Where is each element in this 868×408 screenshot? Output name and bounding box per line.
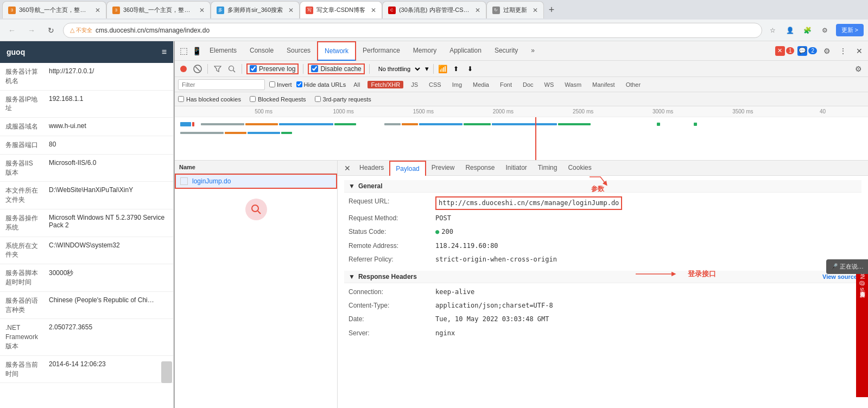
- update-button[interactable]: 更新 >: [836, 24, 864, 36]
- tab-security[interactable]: Security: [488, 41, 524, 61]
- server-info-table: 服务器计算机名 http://127.0.0.1/ 服务器IP地址 192.16…: [0, 63, 173, 383]
- detail-tab-payload[interactable]: Payload: [389, 161, 426, 176]
- tab-2-close[interactable]: ✕: [199, 7, 205, 14]
- filter-type-ws[interactable]: WS: [541, 81, 557, 88]
- throttling-arrow[interactable]: ▾: [425, 65, 429, 73]
- has-blocked-label[interactable]: Has blocked cookies: [178, 96, 241, 103]
- settings-icon[interactable]: ⚙: [819, 24, 832, 37]
- tab-5-close[interactable]: ✕: [475, 7, 480, 14]
- detail-tab-headers[interactable]: Headers: [354, 161, 389, 176]
- tab-1-close[interactable]: ✕: [95, 7, 100, 14]
- clear-button[interactable]: [192, 63, 203, 74]
- detail-tab-initiator[interactable]: Initiator: [500, 161, 532, 176]
- upload-icon: ⬆: [453, 65, 459, 73]
- tab-1[interactable]: 3 360导航_一个主页，整个世… ✕: [2, 1, 106, 18]
- disable-cache-checkbox[interactable]: Disable cache: [308, 63, 364, 74]
- tab-network[interactable]: Network: [317, 41, 356, 61]
- detail-close-icon[interactable]: ✕: [341, 164, 354, 173]
- record-button[interactable]: [178, 63, 189, 74]
- wifi-icon[interactable]: 📶: [438, 65, 447, 73]
- tab-3[interactable]: 多 多测师肖sir_360搜索 ✕: [211, 1, 300, 18]
- new-tab-button[interactable]: +: [544, 2, 559, 17]
- blocked-requests-label[interactable]: Blocked Requests: [250, 96, 306, 103]
- bookmark-icon[interactable]: ☆: [766, 24, 780, 37]
- hide-data-urls-checkbox[interactable]: Hide data URLs: [296, 81, 346, 88]
- filter-type-manifest[interactable]: Manifest: [589, 81, 618, 88]
- toolbar-separator-3: [303, 64, 303, 74]
- filter-type-other[interactable]: Other: [623, 81, 644, 88]
- filter-button[interactable]: [212, 63, 223, 74]
- list-item-loginjump[interactable]: loginJump.do: [175, 174, 337, 189]
- view-source-link[interactable]: View source: [822, 273, 857, 280]
- scrollbar-thumb[interactable]: [161, 361, 172, 383]
- tab-performance[interactable]: Performance: [356, 41, 407, 61]
- tab-6-close[interactable]: ✕: [533, 7, 538, 14]
- upload-button[interactable]: ⬆: [451, 63, 461, 74]
- tab-console[interactable]: Console: [243, 41, 280, 61]
- filter-type-fetch-xhr[interactable]: Fetch/XHR: [368, 81, 403, 88]
- tab-sources[interactable]: Sources: [280, 41, 317, 61]
- filter-type-font[interactable]: Font: [497, 81, 515, 88]
- filter-type-all[interactable]: All: [350, 81, 363, 88]
- response-headers-section-header[interactable]: ▼ Response Headers View source: [344, 271, 861, 283]
- filter-type-wasm[interactable]: Wasm: [561, 81, 585, 88]
- has-blocked-checkbox[interactable]: [178, 96, 184, 102]
- tick-1000: 1000 ms: [303, 109, 383, 114]
- address-text[interactable]: cms.duoceshi.cn/cms/manage/index.do: [96, 27, 755, 34]
- devtools-close-icon[interactable]: ✕: [853, 44, 866, 58]
- tab-application[interactable]: Application: [443, 41, 488, 61]
- tick-3500: 3500 ms: [703, 109, 783, 114]
- tab-2[interactable]: 3 360导航_一个主页，整个世… ✕: [106, 1, 211, 18]
- csdn-badge[interactable]: CSDN @ 多测师肖sir: [856, 260, 868, 397]
- row-value: Microsoft Windows NT 5.2.3790 Service Pa…: [43, 209, 173, 237]
- tab-elements[interactable]: Elements: [203, 41, 243, 61]
- reload-button[interactable]: ↻: [43, 23, 59, 38]
- tab-5[interactable]: C (30条消息) 内容管理-CSDN… ✕: [382, 1, 486, 18]
- filter-type-media[interactable]: Media: [470, 81, 492, 88]
- device-icon[interactable]: 📱: [190, 44, 203, 58]
- address-input-container[interactable]: △ 不安全 cms.duoceshi.cn/cms/manage/index.d…: [63, 23, 762, 38]
- third-party-label[interactable]: 3rd-party requests: [315, 96, 371, 103]
- filter-type-js[interactable]: JS: [408, 81, 421, 88]
- download-button[interactable]: ⬇: [465, 63, 476, 74]
- search-button[interactable]: [226, 63, 237, 74]
- extensions-icon[interactable]: 🧩: [801, 24, 814, 37]
- third-party-checkbox[interactable]: [315, 96, 321, 102]
- mic-button[interactable]: 🎤 正在说…: [826, 259, 868, 274]
- filter-type-doc[interactable]: Doc: [519, 81, 537, 88]
- tab-4-close[interactable]: ✕: [371, 7, 376, 14]
- username-label: guoq: [7, 48, 25, 56]
- forward-button[interactable]: →: [24, 23, 39, 38]
- detail-tab-cookies[interactable]: Cookies: [562, 161, 597, 176]
- blocked-requests-checkbox[interactable]: [250, 96, 256, 102]
- table-row: 成服器域名 www.h-ui.net: [0, 118, 173, 136]
- tab-more[interactable]: »: [524, 41, 541, 61]
- row-label: 服务器脚本超时时间: [0, 264, 43, 292]
- devtools-more-icon[interactable]: ⋮: [837, 44, 850, 58]
- detail-panel: ✕ Headers Payload Preview Response: [338, 161, 868, 408]
- tab-6[interactable]: ↻ 过期更新 ✕: [486, 1, 544, 18]
- tab-2-favicon: 3: [112, 7, 120, 14]
- filter-type-css[interactable]: CSS: [426, 81, 445, 88]
- profile-icon[interactable]: 👤: [784, 24, 797, 37]
- tab-4[interactable]: 写 写文章-CSDN博客 ✕: [300, 1, 382, 18]
- filter-type-img[interactable]: Img: [449, 81, 465, 88]
- invert-checkbox[interactable]: Invert: [269, 81, 292, 88]
- devtools-settings-icon[interactable]: ⚙: [820, 44, 833, 58]
- preserve-log-input[interactable]: [250, 65, 257, 72]
- network-settings-icon[interactable]: ⚙: [852, 62, 865, 75]
- back-button[interactable]: ←: [4, 23, 20, 38]
- tab-memory[interactable]: Memory: [407, 41, 443, 61]
- filter-input[interactable]: [178, 79, 265, 90]
- detail-tab-timing[interactable]: Timing: [533, 161, 563, 176]
- preserve-log-checkbox[interactable]: Preserve log: [246, 63, 299, 74]
- disable-cache-input[interactable]: [311, 65, 318, 72]
- row-value: 30000秒: [43, 264, 173, 292]
- detail-tab-preview[interactable]: Preview: [426, 161, 460, 176]
- cursor-icon[interactable]: ⬚: [177, 44, 190, 58]
- tab-3-close[interactable]: ✕: [288, 7, 294, 14]
- throttling-select[interactable]: No throttling: [374, 64, 422, 74]
- tab-4-favicon: 写: [306, 7, 313, 14]
- detail-tab-response[interactable]: Response: [460, 161, 500, 176]
- hamburger-menu-icon[interactable]: ≡: [162, 47, 167, 57]
